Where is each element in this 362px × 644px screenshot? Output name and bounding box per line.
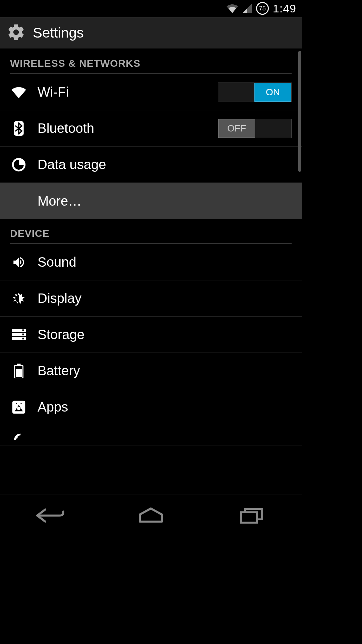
section-header-label: DEVICE — [10, 228, 50, 239]
svg-point-12 — [17, 407, 21, 410]
row-apps[interactable]: Apps — [0, 389, 302, 425]
row-bluetooth[interactable]: Bluetooth OFF — [0, 110, 302, 147]
action-bar: Settings — [0, 17, 302, 49]
home-button[interactable] — [131, 502, 171, 529]
bluetooth-toggle[interactable]: OFF — [218, 119, 292, 138]
svg-point-14 — [20, 403, 22, 404]
row-more[interactable]: More… — [0, 183, 302, 219]
toggle-on-half — [255, 119, 291, 138]
wifi-icon — [0, 86, 38, 98]
storage-icon — [0, 328, 38, 341]
svg-rect-15 — [241, 512, 257, 523]
svg-rect-5 — [22, 329, 24, 331]
row-label: Data usage — [38, 157, 292, 172]
row-storage[interactable]: Storage — [0, 317, 302, 353]
cell-signal-icon — [242, 4, 252, 13]
wifi-toggle[interactable]: ON — [218, 83, 292, 102]
row-label: Wi-Fi — [38, 85, 218, 100]
status-clock: 1:49 — [273, 2, 296, 15]
row-label: Apps — [38, 399, 292, 415]
wifi-signal-icon — [227, 4, 238, 13]
apps-icon — [0, 400, 38, 414]
sound-icon — [0, 255, 38, 269]
row-label: More… — [38, 194, 292, 209]
row-cutoff[interactable] — [0, 425, 302, 445]
display-icon — [0, 291, 38, 306]
svg-rect-10 — [16, 369, 22, 377]
gear-icon — [7, 23, 25, 43]
data-usage-icon — [0, 158, 38, 172]
section-header-wireless: WIRELESS & NETWORKS — [0, 49, 302, 73]
page-title: Settings — [33, 25, 84, 41]
battery-percent: 75 — [259, 5, 266, 12]
row-label: Storage — [38, 327, 292, 342]
back-button[interactable] — [30, 502, 70, 529]
toggle-on-half: ON — [254, 83, 291, 102]
row-label: Bluetooth — [38, 121, 218, 136]
recents-button[interactable] — [231, 502, 272, 529]
row-label: Sound — [38, 255, 292, 270]
battery-icon — [0, 364, 38, 378]
row-battery[interactable]: Battery — [0, 353, 302, 389]
status-bar: 75 1:49 — [0, 0, 302, 17]
svg-point-13 — [16, 403, 17, 404]
tap-icon — [0, 428, 38, 442]
svg-rect-7 — [22, 337, 24, 339]
row-sound[interactable]: Sound — [0, 244, 302, 280]
row-label: Battery — [38, 363, 292, 378]
settings-list[interactable]: WIRELESS & NETWORKS Wi-Fi ON Bluetooth O… — [0, 49, 302, 494]
toggle-off-half — [218, 83, 254, 102]
row-wifi[interactable]: Wi-Fi ON — [0, 74, 302, 110]
scrollbar[interactable] — [298, 51, 301, 172]
row-display[interactable]: Display — [0, 280, 302, 317]
battery-indicator-icon: 75 — [256, 2, 269, 15]
bluetooth-icon — [0, 121, 38, 136]
toggle-off-half: OFF — [218, 119, 255, 138]
navigation-bar — [0, 494, 302, 537]
section-header-device: DEVICE — [0, 219, 302, 243]
svg-rect-6 — [22, 333, 24, 335]
screen: 75 1:49 Settings WIRELESS & NETWORKS Wi-… — [0, 0, 302, 537]
row-data-usage[interactable]: Data usage — [0, 147, 302, 183]
section-header-label: WIRELESS & NETWORKS — [10, 58, 140, 69]
row-label: Display — [38, 291, 292, 306]
